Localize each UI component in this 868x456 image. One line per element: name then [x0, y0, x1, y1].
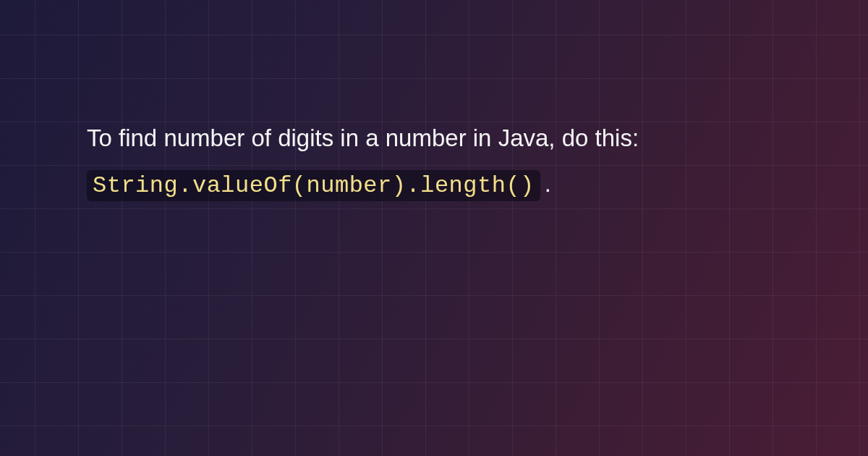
code-snippet: String.valueOf(number).length() — [87, 170, 540, 201]
intro-text: To find number of digits in a number in … — [87, 124, 639, 151]
content-block: To find number of digits in a number in … — [87, 116, 781, 208]
trailing-period: . — [545, 170, 551, 197]
grid-background — [0, 0, 868, 456]
